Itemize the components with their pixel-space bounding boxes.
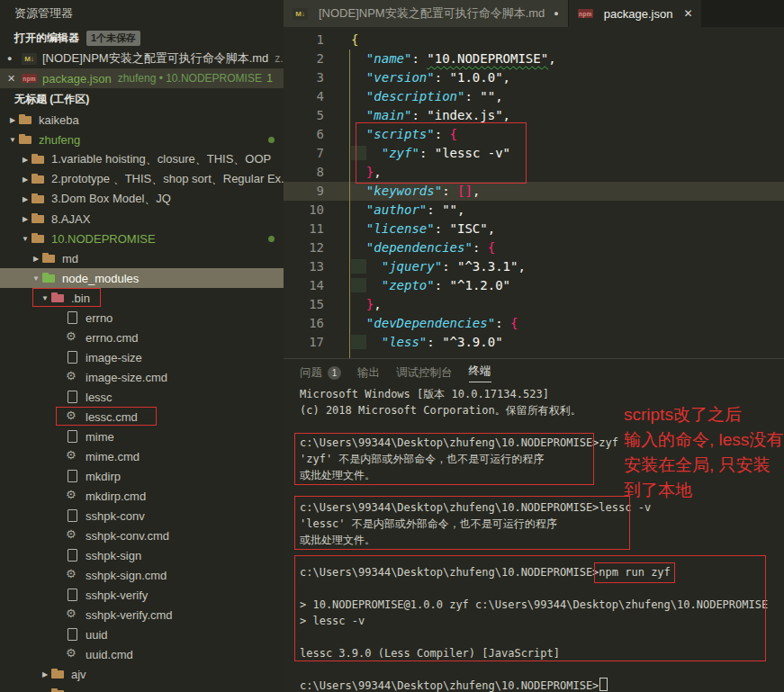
open-editor-label: [NODE]NPM安装之配置可执行命令脚本.md: [42, 50, 268, 67]
chevron-right-icon: ▶: [7, 116, 18, 124]
panel-tab-终端[interactable]: 终端: [469, 364, 491, 382]
tree-item[interactable]: mkdirp: [0, 466, 284, 486]
terminal-line: [284, 629, 784, 645]
npm-file-icon: [22, 74, 37, 83]
tree-item-label: 3.Dom Box Model、JQ: [51, 191, 171, 207]
chevron-down-icon: ▼: [40, 294, 50, 302]
open-editor-desc: zhufeng • 10.NODEPROMISE: [118, 72, 262, 85]
folder-icon: [31, 211, 46, 226]
tree-item[interactable]: ▶8.AJAX: [0, 209, 284, 229]
tree-item[interactable]: image-size.cmd: [0, 367, 284, 387]
modified-count-badge: 1: [266, 72, 284, 85]
code-text: "description": "",: [324, 87, 503, 106]
tree-item[interactable]: uuid: [0, 625, 284, 644]
gear-icon: [65, 568, 80, 582]
terminal-line: > lessc -v: [284, 613, 784, 629]
code-line: 4 "description": "",: [284, 87, 784, 106]
tab-label: package.json: [604, 7, 673, 21]
problems-count-badge: 1: [328, 366, 341, 380]
panel-tab-问题[interactable]: 问题1: [300, 365, 341, 381]
tree-item[interactable]: mkdirp.cmd: [0, 486, 284, 506]
gear-icon: [65, 449, 80, 463]
code-text: "version": "1.0.0",: [324, 68, 510, 87]
close-icon[interactable]: ✕: [683, 7, 692, 20]
tree-item[interactable]: mime: [0, 427, 284, 446]
tree-item[interactable]: ▼zhufeng: [0, 130, 284, 149]
tree-item[interactable]: mime.cmd: [0, 446, 284, 466]
tree-item[interactable]: sshpk-verify: [0, 585, 284, 605]
terminal-cursor: [599, 678, 608, 691]
tree-item-label: sshpk-conv.cmd: [86, 529, 169, 543]
tree-item[interactable]: uuid.cmd: [0, 644, 284, 664]
tree-item-label: image-size.cmd: [86, 371, 167, 384]
tree-item[interactable]: lessc: [0, 387, 284, 407]
close-icon[interactable]: ✕: [7, 73, 22, 85]
tree-item[interactable]: sshpk-verify.cmd: [0, 605, 284, 625]
tree-item[interactable]: sshpk-conv: [0, 506, 284, 526]
tree-item[interactable]: ▼node_modules: [0, 268, 284, 288]
code-line: 11 "license": "ISC",: [284, 220, 784, 238]
terminal-line: 或批处理文件。: [284, 532, 784, 548]
line-number: 12: [284, 238, 324, 257]
tab-md-file[interactable]: [NODE]NPM安装之配置可执行命令脚本.md●: [284, 0, 569, 27]
code-editor[interactable]: 1{2 "name": "10.NODEPROMISE",3 "version"…: [284, 27, 784, 358]
chevron-down-icon: ▼: [31, 274, 41, 283]
tab-package-json[interactable]: package.json✕: [569, 0, 702, 27]
line-number: 15: [284, 295, 324, 314]
tree-item[interactable]: ▶md: [0, 248, 284, 268]
file-icon: [65, 310, 80, 325]
code-text: "devDependencies": {: [324, 314, 518, 333]
folder-icon: [18, 132, 33, 147]
panel-tab-label: 输出: [357, 365, 380, 381]
code-text: },: [324, 163, 382, 182]
open-editor-item[interactable]: ●[NODE]NPM安装之配置可执行命令脚本.mdz...: [0, 49, 284, 68]
tree-item[interactable]: errno.cmd: [0, 328, 284, 347]
code-line: 9 "keywords": [],: [284, 182, 784, 201]
line-number: 4: [284, 87, 324, 106]
tree-item[interactable]: ▶asap: [0, 684, 284, 692]
workspace-header[interactable]: 无标题 (工作区): [0, 88, 284, 110]
tree-item[interactable]: ▶1.variable hoisting、closure、THIS、OOP: [0, 149, 284, 169]
folder-icon: [50, 687, 66, 692]
dirty-indicator-icon: ●: [7, 54, 22, 63]
tree-item[interactable]: ▶2.prototype 、THIS、shop sort、Regular Ex.…: [0, 169, 284, 189]
tree-item-label: image-size: [86, 351, 142, 364]
code-line: 2 "name": "10.NODEPROMISE",: [284, 49, 784, 68]
open-editors-header[interactable]: 打开的编辑器 1个未保存: [0, 27, 284, 49]
tree-item[interactable]: ▶ajv: [0, 664, 284, 684]
panel-tab-调试控制台[interactable]: 调试控制台: [396, 365, 453, 381]
code-line: 14 "zepto": "^1.2.0": [284, 276, 784, 295]
annotation-text: scripts改了之后输入的命令, less没有安装在全局, 只安装到了本地: [624, 402, 783, 503]
tree-item-label: uuid: [86, 628, 108, 642]
line-number: 14: [284, 276, 324, 295]
open-editor-item[interactable]: ✕package.jsonzhufeng • 10.NODEPROMISE1: [0, 68, 284, 88]
md-file-icon: [293, 8, 308, 20]
folder-icon: [31, 152, 46, 166]
tree-item[interactable]: sshpk-sign.cmd: [0, 565, 284, 585]
chevron-right-icon: ▶: [40, 670, 50, 679]
chevron-right-icon: ▶: [20, 195, 31, 203]
tree-item[interactable]: sshpk-sign: [0, 545, 284, 565]
tree-item[interactable]: ▶kaikeba: [0, 110, 284, 130]
terminal-line: 'lessc' 不是内部或外部命令，也不是可运行的程序: [284, 516, 784, 532]
code-text: "scripts": {: [324, 125, 457, 144]
tree-item[interactable]: errno: [0, 308, 284, 328]
folder-icon: [31, 231, 46, 246]
chevron-right-icon: ▶: [20, 156, 31, 164]
panel-tab-输出[interactable]: 输出: [357, 365, 380, 381]
panel-tabbar: 问题1输出调试控制台终端: [284, 359, 784, 386]
tree-item[interactable]: ▶3.Dom Box Model、JQ: [0, 189, 284, 209]
tree-item-label: sshpk-sign.cmd: [86, 569, 167, 582]
npm-folder-icon: [41, 271, 57, 285]
git-modified-dot: [268, 137, 275, 143]
open-editor-desc: z...: [275, 52, 284, 65]
tree-item[interactable]: ▼.bin: [0, 288, 284, 308]
line-number: 2: [284, 49, 324, 68]
tree-item-label: uuid.cmd: [86, 648, 133, 661]
tree-item[interactable]: sshpk-conv.cmd: [0, 526, 284, 545]
terminal-line: Microsoft Windows [版本 10.0.17134.523]: [284, 386, 784, 402]
tree-item[interactable]: image-size: [0, 347, 284, 367]
tree-item[interactable]: ▼10.NODEPROMISE: [0, 229, 284, 248]
editor-tabbar: [NODE]NPM安装之配置可执行命令脚本.md●package.json✕: [284, 0, 784, 27]
tree-item[interactable]: lessc.cmd: [0, 407, 284, 427]
